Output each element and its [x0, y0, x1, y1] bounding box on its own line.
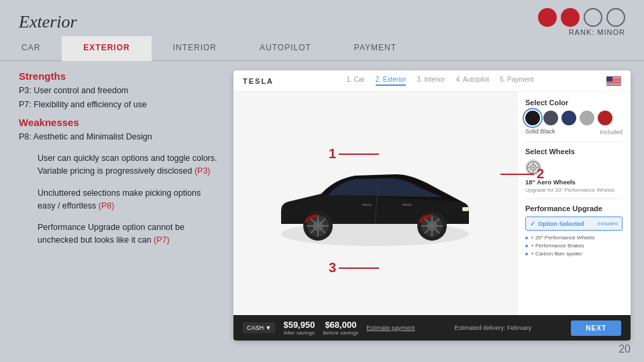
- svg-rect-8: [606, 82, 621, 82]
- color-swatch-black[interactable]: [525, 111, 540, 125]
- strength-1: P3: User control and freedom: [19, 84, 220, 97]
- nav-tabs: CAR EXTERIOR INTERIOR AUTOPILOT PAYMENT: [0, 36, 644, 61]
- divider-2: [525, 198, 623, 199]
- tesla-step-5[interactable]: 5. Payment: [500, 76, 534, 86]
- svg-rect-9: [606, 82, 621, 83]
- annotation-2: 2: [500, 166, 544, 182]
- color-swatch-blue[interactable]: [561, 111, 576, 125]
- tesla-step-2[interactable]: 2. Exterior: [376, 76, 407, 86]
- list-text: User can quickly scan options and toggle…: [38, 152, 220, 178]
- rank-label: RANK: MINOR: [569, 28, 625, 36]
- tab-car[interactable]: CAR: [0, 36, 62, 61]
- annotation-line-1: [339, 154, 379, 155]
- tesla-body: Select Color Solid Black Included Select…: [233, 92, 631, 315]
- rank-dot-3: [584, 8, 602, 27]
- option-included: Included: [598, 221, 618, 227]
- svg-rect-33: [402, 204, 412, 206]
- estimate-payment-link[interactable]: Estimate payment: [366, 324, 415, 331]
- rank-dot-4: [606, 8, 625, 27]
- page-number: 20: [619, 343, 631, 355]
- annotation-1: 1: [329, 146, 379, 162]
- delivery-text: Estimated delivery: February: [423, 324, 563, 331]
- annotation-label-2: 2: [537, 166, 544, 182]
- bullet-icon: [525, 253, 528, 255]
- weaknesses-title: Weaknesses: [19, 117, 220, 128]
- perf-feature-3: + Carbon fiber spoiler: [525, 251, 623, 257]
- price-before-label: Before savings: [323, 330, 358, 336]
- svg-rect-10: [606, 83, 621, 84]
- tesla-step-1[interactable]: 1. Car: [346, 76, 364, 86]
- list-highlight: (P7): [154, 235, 170, 245]
- tesla-steps: 1. Car 2. Exterior 3. Interior 4. Autopi…: [287, 76, 593, 86]
- list-num: [19, 187, 31, 213]
- tesla-step-4[interactable]: 4. Autopilot: [456, 76, 489, 86]
- cash-button[interactable]: CASH ▼: [243, 322, 275, 333]
- annotation-3: 3: [329, 260, 379, 276]
- checkmark-icon: ✓: [530, 220, 535, 227]
- annotation-label-1: 1: [329, 146, 336, 162]
- tab-payment[interactable]: PAYMENT: [333, 36, 418, 61]
- svg-rect-13: [606, 76, 612, 82]
- color-row: Solid Black Included: [525, 128, 623, 136]
- list-text: Performance Upgrade option cannot be unc…: [38, 221, 220, 247]
- annotation-label-3: 3: [329, 260, 336, 276]
- options-panel: Select Color Solid Black Included Select…: [517, 92, 631, 315]
- divider-1: [525, 141, 623, 142]
- svg-rect-12: [606, 84, 621, 85]
- tesla-step-3[interactable]: 3. Interior: [417, 76, 445, 86]
- color-included: Included: [600, 129, 623, 135]
- tesla-bottom-bar: CASH ▼ $59,950 After savings $68,000 Bef…: [233, 315, 631, 341]
- annotation-line-2: [500, 174, 534, 175]
- price-after-value: $59,950: [283, 320, 315, 330]
- tab-interior[interactable]: INTERIOR: [152, 36, 238, 61]
- tesla-ui-panel: TESLA 1. Car 2. Exterior 3. Interior 4. …: [233, 70, 631, 341]
- list-item: User can quickly scan options and toggle…: [19, 152, 220, 178]
- select-color-title: Select Color: [525, 99, 623, 107]
- color-swatch-lightsilver[interactable]: [580, 111, 594, 125]
- svg-rect-32: [462, 207, 469, 211]
- rank-dot-2: [561, 8, 580, 27]
- selected-color-name: Solid Black: [525, 128, 555, 135]
- tab-exterior[interactable]: EXTERIOR: [62, 36, 151, 61]
- svg-rect-7: [606, 81, 621, 82]
- weakness-1: P8: Aesthetic and Minimalist Design: [19, 131, 220, 143]
- color-swatch-red[interactable]: [598, 111, 612, 125]
- color-swatch-silver[interactable]: [543, 111, 558, 125]
- list-item: Performance Upgrade option cannot be unc…: [19, 221, 220, 247]
- perf-upgrade-title: Performance Upgrade: [525, 204, 623, 213]
- list-highlight: (P8): [99, 201, 115, 210]
- option-selected-badge[interactable]: ✓ Option Selected Included: [525, 217, 623, 231]
- color-swatches: [525, 111, 623, 125]
- list-num: [19, 221, 31, 247]
- bullet-icon: [525, 245, 528, 247]
- numbered-list: User can quickly scan options and toggle…: [19, 152, 220, 247]
- perf-feature-2: + Performance Brakes: [525, 243, 623, 249]
- rank-dot-1: [538, 8, 557, 27]
- rank-area: RANK: MINOR: [538, 8, 625, 36]
- svg-rect-11: [606, 84, 621, 84]
- price-before-savings: $68,000 Before savings: [323, 320, 358, 336]
- list-highlight: (P3): [195, 166, 211, 176]
- car-silhouette: [268, 154, 482, 254]
- perf-feature-1: + 20" Performance Wheels: [525, 235, 623, 241]
- price-after-label: After savings: [284, 330, 315, 336]
- select-wheels-title: Select Wheels: [525, 147, 623, 156]
- price-after-savings: $59,950 After savings: [283, 320, 315, 336]
- header: Exterior RANK: MINOR: [0, 0, 644, 36]
- main-content: Strengths P3: User control and freedom P…: [0, 61, 644, 346]
- list-text-before: User can quickly scan options and toggle…: [38, 154, 217, 176]
- next-button[interactable]: NEXT: [571, 320, 621, 336]
- price-before-value: $68,000: [325, 320, 356, 330]
- list-num: [19, 152, 31, 178]
- tesla-logo: TESLA: [243, 77, 274, 85]
- left-panel: Strengths P3: User control and freedom P…: [19, 70, 220, 341]
- tesla-nav: TESLA 1. Car 2. Exterior 3. Interior 4. …: [233, 70, 631, 92]
- strength-2: P7: Flexibility and efficiency of use: [19, 99, 220, 111]
- list-text-before: Uncluttered selections make picking opti…: [38, 188, 201, 210]
- tab-autopilot[interactable]: AUTOPILOT: [238, 36, 333, 61]
- rank-dots: [538, 8, 625, 27]
- option-selected-text: ✓ Option Selected: [530, 220, 584, 227]
- annotation-line-3: [339, 267, 379, 269]
- flag-icon: [606, 76, 621, 86]
- bullet-icon: [525, 237, 528, 239]
